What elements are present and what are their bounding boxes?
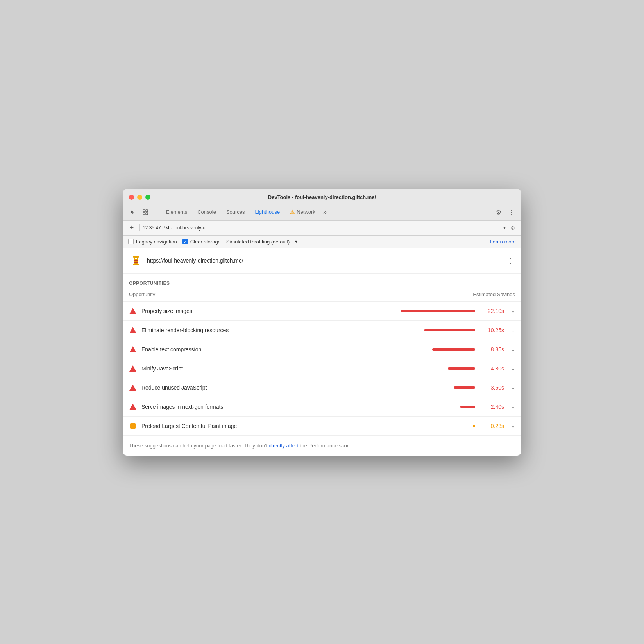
- tab-bar: Elements Console Sources Lighthouse ⚠ Ne…: [123, 204, 521, 221]
- svg-rect-3: [146, 213, 148, 215]
- opportunity-bar-container: [389, 329, 475, 331]
- opportunity-icon: [129, 345, 137, 353]
- url-text: 12:35:47 PM - foul-heavenly-c: [143, 225, 500, 231]
- tab-actions: ⚙ ⋮: [493, 207, 517, 218]
- opportunity-bar: [454, 386, 475, 389]
- svg-rect-1: [146, 210, 148, 212]
- opportunity-bar-container: [389, 348, 475, 351]
- lighthouse-logo: [129, 254, 143, 268]
- opportunity-row: Preload Largest Contentful Paint image0.…: [123, 416, 521, 435]
- url-divider: [139, 224, 140, 231]
- tab-divider: [158, 208, 158, 216]
- tab-icons: [127, 207, 151, 218]
- devtools-window: DevTools - foul-heavenly-direction.glitc…: [123, 189, 521, 456]
- opportunity-expand-icon[interactable]: ⌄: [511, 366, 515, 371]
- opportunity-icon: [129, 403, 137, 411]
- opportunity-savings: 4.80s: [484, 365, 504, 372]
- opportunity-bar: [460, 406, 475, 408]
- column-savings: Estimated Savings: [473, 292, 515, 297]
- opportunity-title: Properly size images: [141, 308, 385, 314]
- footer-text-before: These suggestions can help your page loa…: [129, 443, 269, 449]
- svg-rect-7: [133, 264, 139, 265]
- tab-console[interactable]: Console: [193, 204, 221, 220]
- block-icon[interactable]: ⊘: [509, 224, 517, 232]
- opportunity-expand-icon[interactable]: ⌄: [511, 385, 515, 390]
- opportunity-expand-icon[interactable]: ⌄: [511, 308, 515, 314]
- opportunity-title: Eliminate render-blocking resources: [141, 327, 385, 333]
- tab-lighthouse[interactable]: Lighthouse: [250, 204, 285, 220]
- opportunity-icon: [129, 326, 137, 334]
- learn-more-link[interactable]: Learn more: [490, 239, 516, 245]
- opportunity-expand-icon[interactable]: ⌄: [511, 347, 515, 352]
- clear-storage-option[interactable]: Clear storage: [182, 239, 221, 245]
- opportunity-row: Properly size images22.10s⌄: [123, 301, 521, 320]
- opportunity-bar-container: [389, 310, 475, 312]
- opportunity-bar-container: [389, 425, 475, 427]
- throttling-dropdown[interactable]: ▾: [295, 239, 297, 244]
- close-button[interactable]: [129, 195, 134, 200]
- opportunity-savings: 2.40s: [484, 404, 504, 410]
- tab-network[interactable]: ⚠ Network: [285, 204, 320, 220]
- footer-note: These suggestions can help your page loa…: [123, 435, 521, 456]
- tab-elements[interactable]: Elements: [161, 204, 192, 220]
- opportunity-title: Minify JavaScript: [141, 365, 385, 372]
- opportunity-bar: [401, 310, 475, 312]
- cursor-icon[interactable]: [127, 207, 138, 218]
- svg-rect-6: [135, 258, 137, 259]
- inspector-icon[interactable]: [140, 207, 151, 218]
- maximize-button[interactable]: [145, 195, 150, 200]
- url-bar: + 12:35:47 PM - foul-heavenly-c ▾ ⊘: [123, 221, 521, 236]
- opportunity-savings: 0.23s: [484, 423, 504, 429]
- opportunity-bar-container: [389, 406, 475, 408]
- opportunity-expand-icon[interactable]: ⌄: [511, 423, 515, 429]
- opportunity-bar: [424, 329, 475, 331]
- opportunity-savings: 22.10s: [484, 308, 504, 314]
- throttling-label: Simulated throttling (default): [226, 239, 290, 245]
- opportunity-title: Enable text compression: [141, 346, 385, 352]
- lighthouse-menu-button[interactable]: ⋮: [506, 256, 515, 265]
- tab-sources[interactable]: Sources: [222, 204, 250, 220]
- opportunity-expand-icon[interactable]: ⌄: [511, 404, 515, 410]
- svg-rect-8: [134, 260, 138, 261]
- opportunity-bar: [432, 348, 475, 351]
- opportunity-row: Minify JavaScript4.80s⌄: [123, 359, 521, 378]
- column-opportunity: Opportunity: [129, 292, 155, 297]
- opportunity-savings: 8.85s: [484, 346, 504, 352]
- lighthouse-header: https://foul-heavenly-direction.glitch.m…: [123, 248, 521, 274]
- opportunity-savings: 10.25s: [484, 327, 504, 333]
- add-tab-button[interactable]: +: [127, 224, 136, 232]
- opportunity-expand-icon[interactable]: ⌄: [511, 327, 515, 333]
- footer-text-after: the Performance score.: [299, 443, 353, 449]
- tab-more[interactable]: »: [321, 209, 329, 216]
- legacy-nav-checkbox[interactable]: [128, 239, 134, 244]
- options-bar: Legacy navigation Clear storage Simulate…: [123, 236, 521, 248]
- opportunity-title: Serve images in next-gen formats: [141, 404, 385, 410]
- svg-rect-5: [133, 256, 139, 258]
- opportunity-icon: [129, 307, 137, 315]
- opportunity-icon: [129, 365, 137, 372]
- legacy-nav-option[interactable]: Legacy navigation: [128, 239, 177, 245]
- opportunity-bar: [448, 367, 475, 370]
- opportunity-title: Reduce unused JavaScript: [141, 385, 385, 391]
- opportunity-title: Preload Largest Contentful Paint image: [141, 423, 385, 429]
- minimize-button[interactable]: [137, 195, 142, 200]
- clear-storage-checkbox[interactable]: [182, 239, 188, 244]
- directly-affect-link[interactable]: directly affect: [269, 443, 299, 449]
- opportunity-savings: 3.60s: [484, 385, 504, 391]
- opportunity-row: Enable text compression8.85s⌄: [123, 340, 521, 359]
- traffic-lights: [129, 195, 150, 200]
- title-bar: DevTools - foul-heavenly-direction.glitc…: [123, 189, 521, 204]
- more-button[interactable]: ⋮: [506, 207, 517, 218]
- opportunity-icon: [129, 422, 137, 430]
- opportunity-bar: [473, 425, 475, 427]
- opportunities-list: Properly size images22.10s⌄Eliminate ren…: [123, 301, 521, 435]
- window-title: DevTools - foul-heavenly-direction.glitc…: [268, 194, 376, 200]
- url-dropdown[interactable]: ▾: [503, 225, 506, 231]
- column-headers: Opportunity Estimated Savings: [123, 289, 521, 301]
- opportunity-row: Reduce unused JavaScript3.60s⌄: [123, 378, 521, 397]
- warning-icon: ⚠: [290, 209, 295, 215]
- settings-button[interactable]: ⚙: [493, 207, 504, 218]
- opportunity-row: Serve images in next-gen formats2.40s⌄: [123, 397, 521, 416]
- opportunity-bar-container: [389, 367, 475, 370]
- svg-rect-0: [143, 210, 145, 212]
